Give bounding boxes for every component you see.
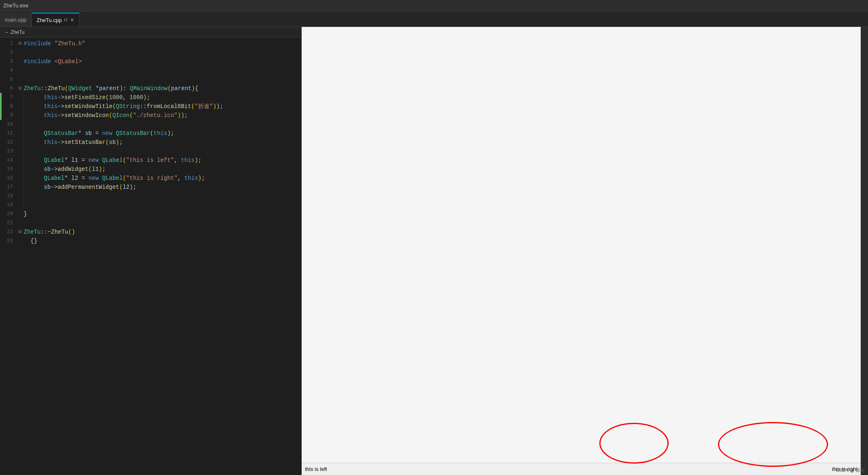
code-text: #include <QLabel> bbox=[24, 57, 301, 66]
breadcrumb: → ZheTu bbox=[0, 27, 301, 38]
code-line: 21 bbox=[0, 219, 301, 228]
code-text bbox=[24, 66, 301, 75]
tab-main-cpp[interactable]: main.cpp bbox=[0, 13, 32, 27]
code-line: 17 sb->addPermanentWidget(l2); bbox=[0, 183, 301, 192]
code-line: 14 QLabel* l1 = new QLabel("this is left… bbox=[0, 156, 301, 165]
pin-icon: ⊓ bbox=[64, 18, 68, 23]
code-line: 18 bbox=[0, 192, 301, 201]
code-line: 3 #include <QLabel> bbox=[0, 57, 301, 66]
fold-icon[interactable]: ⊟ bbox=[16, 84, 24, 93]
code-text: QLabel* l1 = new QLabel("this is left", … bbox=[24, 156, 301, 165]
code-line: 20 } bbox=[0, 210, 301, 219]
line-number: 6 bbox=[0, 84, 16, 93]
breadcrumb-item: ZheTu bbox=[11, 29, 24, 35]
code-line: 4 bbox=[0, 66, 301, 75]
code-text bbox=[24, 219, 301, 228]
fold-icon[interactable]: ⊟ bbox=[16, 228, 24, 236]
line-number: 18 bbox=[0, 192, 16, 201]
code-line: 1 ⊟ #include "ZheTu.h" bbox=[0, 39, 301, 48]
line-number: 16 bbox=[0, 174, 16, 183]
line-number: 3 bbox=[0, 57, 16, 66]
qt-content-area bbox=[302, 27, 861, 463]
code-text bbox=[24, 147, 301, 156]
code-text: sb->addWidget(l1); bbox=[24, 165, 301, 174]
code-text: {} bbox=[24, 236, 301, 245]
right-sidebar bbox=[861, 27, 868, 475]
line-number: 7 bbox=[0, 93, 16, 102]
code-text bbox=[24, 75, 301, 84]
tab-bar: main.cpp ZheTu.cpp ⊓ ✕ bbox=[0, 11, 868, 27]
breadcrumb-arrow: → bbox=[4, 29, 9, 35]
line-number: 2 bbox=[0, 48, 16, 57]
line-number: 1 bbox=[0, 39, 16, 48]
code-line: 16 QLabel* l2 = new QLabel("this is righ… bbox=[0, 174, 301, 183]
line-number: 19 bbox=[0, 201, 16, 210]
line-number: 10 bbox=[0, 120, 16, 129]
tab-zhe-tu-cpp[interactable]: ZheTu.cpp ⊓ ✕ bbox=[32, 13, 80, 27]
line-number: 23 bbox=[0, 236, 16, 245]
line-number: 14 bbox=[0, 156, 16, 165]
tab-label: main.cpp bbox=[5, 17, 27, 23]
line-number: 11 bbox=[0, 129, 16, 138]
line-number: 21 bbox=[0, 219, 16, 228]
code-text: this->setWindowIcon(QIcon("./zhetu.ico")… bbox=[24, 111, 301, 120]
preview-pane: this is left this is right bbox=[302, 27, 861, 475]
line-number: 12 bbox=[0, 138, 16, 147]
code-text: sb->addPermanentWidget(l2); bbox=[24, 183, 301, 192]
code-line: 6 ⊟ ZheTu::ZheTu(QWidget *parent): QMain… bbox=[0, 84, 301, 93]
code-text: ZheTu::ZheTu(QWidget *parent): QMainWind… bbox=[24, 84, 301, 93]
line-number: 8 bbox=[0, 102, 16, 111]
line-number: 9 bbox=[0, 111, 16, 120]
code-text: ZheTu::~ZheTu() bbox=[24, 228, 301, 236]
code-text bbox=[24, 192, 301, 201]
close-icon[interactable]: ✕ bbox=[70, 17, 74, 23]
fold-icon[interactable]: ⊟ bbox=[16, 39, 24, 48]
line-number: 5 bbox=[0, 75, 16, 84]
change-indicator bbox=[0, 93, 2, 120]
line-number: 13 bbox=[0, 147, 16, 156]
line-number: 20 bbox=[0, 210, 16, 219]
code-line: 11 QStatusBar* sb = new QStatusBar(this)… bbox=[0, 129, 301, 138]
app-title: ZheTu.exe bbox=[3, 2, 29, 9]
code-line: 12 this->setStatusBar(sb); bbox=[0, 138, 301, 147]
code-text bbox=[24, 48, 301, 57]
tab-label: ZheTu.cpp bbox=[37, 17, 62, 23]
line-number: 4 bbox=[0, 66, 16, 75]
line-number: 22 bbox=[0, 228, 16, 236]
code-line: 10 bbox=[0, 120, 301, 129]
code-line: 9 this->setWindowIcon(QIcon("./zhetu.ico… bbox=[0, 111, 301, 120]
qt-window: this is left this is right bbox=[302, 27, 861, 475]
code-line: 15 sb->addWidget(l1); bbox=[0, 165, 301, 174]
top-bar: ZheTu.exe bbox=[0, 0, 868, 11]
code-line: 7 this->setFixedSize(1000, 1000); bbox=[0, 93, 301, 102]
code-text bbox=[24, 201, 301, 210]
code-text: this->setFixedSize(1000, 1000); bbox=[24, 93, 301, 102]
code-line: 13 bbox=[0, 147, 301, 156]
code-pane: → ZheTu 1 ⊟ #include "ZheTu.h" 2 3 bbox=[0, 27, 302, 475]
code-text: QLabel* l2 = new QLabel("this is right",… bbox=[24, 174, 301, 183]
code-text: } bbox=[24, 210, 301, 219]
code-line: 5 bbox=[0, 75, 301, 84]
code-text: this->setWindowTitle(QString::fromLocal8… bbox=[24, 102, 301, 111]
code-line: 23 {} bbox=[0, 236, 301, 245]
line-number: 15 bbox=[0, 165, 16, 174]
code-line: 19 bbox=[0, 201, 301, 210]
code-line: 2 bbox=[0, 48, 301, 57]
status-left-label: this is left bbox=[305, 466, 327, 472]
qt-statusbar: this is left this is right bbox=[302, 463, 861, 475]
watermark: CSDN @ 原创 bbox=[836, 467, 865, 473]
code-editor[interactable]: 1 ⊟ #include "ZheTu.h" 2 3 #include <QLa… bbox=[0, 38, 301, 475]
main-content: → ZheTu 1 ⊟ #include "ZheTu.h" 2 3 bbox=[0, 27, 868, 475]
code-text bbox=[24, 120, 301, 129]
line-number: 17 bbox=[0, 183, 16, 192]
code-text: this->setStatusBar(sb); bbox=[24, 138, 301, 147]
code-line: 22 ⊟ ZheTu::~ZheTu() bbox=[0, 228, 301, 236]
code-line: 8 this->setWindowTitle(QString::fromLoca… bbox=[0, 102, 301, 111]
code-text: #include "ZheTu.h" bbox=[24, 39, 301, 48]
code-text: QStatusBar* sb = new QStatusBar(this); bbox=[24, 129, 301, 138]
